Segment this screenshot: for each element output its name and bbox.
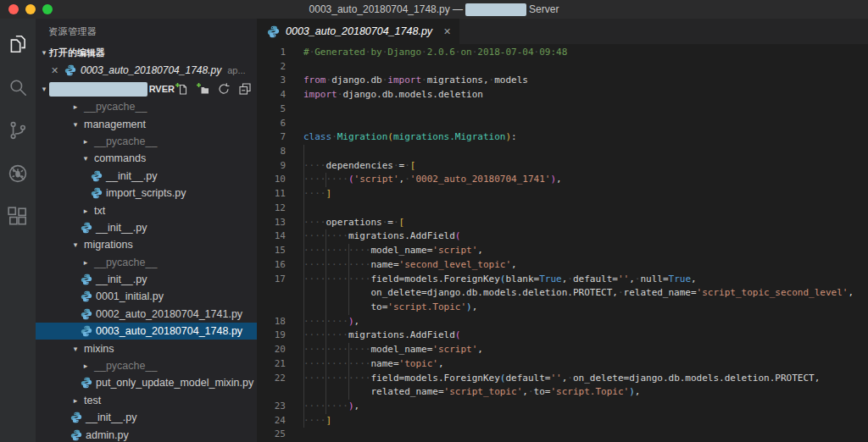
code-line[interactable]: to='script.Topic'), (257, 301, 868, 315)
code-line[interactable]: related_name='script_topic',·to='script.… (257, 385, 868, 400)
tree-file-__init__.py[interactable]: __init__.py (36, 271, 257, 288)
zoom-window-button[interactable] (42, 4, 53, 14)
indent-whitespace (303, 146, 326, 157)
code-line[interactable]: 6 (257, 117, 868, 131)
tree-folder-test[interactable]: ▸test (36, 392, 257, 409)
code-line[interactable]: 5 (257, 102, 868, 117)
indent-guide (348, 286, 349, 301)
new-file-icon[interactable] (175, 82, 188, 96)
tree-folder-__pycache__[interactable]: ▸__pycache__ (36, 98, 257, 115)
open-editors-header[interactable]: ▾ 打开的编辑器 (36, 44, 257, 61)
tree-folder-__pycache__[interactable]: ▸__pycache__ (36, 133, 257, 150)
tree-item-label: __init__.py (86, 412, 136, 423)
code-text: ············name='topic', (303, 357, 444, 372)
code-token: , (472, 301, 478, 312)
indent-guide (326, 286, 326, 301)
extensions-icon[interactable] (6, 205, 30, 229)
code-token: on_delete=django.db.models.deletion.PROT… (573, 373, 820, 384)
code-line[interactable]: 8 (257, 145, 868, 159)
indent-whitespace (303, 287, 370, 298)
tree-folder-txt[interactable]: ▸txt (36, 202, 257, 218)
tree-file-import_scripts.py[interactable]: import_scripts.py (36, 185, 257, 202)
code-line[interactable]: 4import·django.db.models.deletion (257, 88, 868, 102)
redaction-block (465, 3, 526, 16)
tree-file-0003_auto_20180704_1748.py[interactable]: 0003_auto_20180704_1748.py (36, 323, 257, 340)
chevron-right-icon: ▸ (70, 102, 81, 111)
code-line[interactable]: 18········), (257, 315, 868, 329)
code-line[interactable]: 12 (257, 202, 868, 216)
code-line[interactable]: 1#·Generated·by·Django·2.0.6·on·2018-07-… (257, 46, 868, 60)
code-line[interactable]: 22············field=models.ForeignKey(de… (257, 372, 868, 386)
tree-folder-migrations[interactable]: ▾migrations (36, 236, 257, 253)
tree-file-admin.py[interactable]: admin.py (36, 426, 257, 442)
code-line[interactable]: 23········), (257, 400, 868, 414)
tree-folder-mixins[interactable]: ▾mixins (36, 340, 257, 356)
tree-item-label: __pycache__ (94, 135, 157, 147)
tree-file-put_only_update_model_mixin.py[interactable]: put_only_update_model_mixin.py (36, 374, 257, 391)
code-token: Generated (314, 47, 365, 58)
tree-folder-__pycache__[interactable]: ▸__pycache__ (36, 357, 257, 374)
indent-guide (303, 258, 304, 273)
code-token: migrations, (427, 75, 489, 86)
collapse-all-icon[interactable] (238, 82, 252, 96)
line-number: 8 (257, 145, 286, 159)
code-line[interactable]: 15············model_name='script', (257, 244, 868, 258)
indent-guide (326, 343, 326, 357)
tree-item-label: 0003_auto_20180704_1748.py (96, 325, 242, 337)
workspace-section-header[interactable]: ▾ RVER (36, 80, 257, 98)
code-token: , (556, 174, 562, 185)
code-token: to= (534, 386, 551, 397)
tree-file-__init__.py[interactable]: __init__.py (36, 219, 257, 236)
code-line[interactable]: 20············model_name='script', (257, 343, 868, 357)
close-tab-icon[interactable]: ✕ (443, 26, 451, 37)
indent-whitespace: ···· (303, 160, 326, 171)
minimize-window-button[interactable] (25, 4, 36, 14)
code-text: to='script.Topic'), (303, 301, 477, 315)
code-token: null= (640, 273, 668, 285)
code-area[interactable]: 1#·Generated·by·Django·2.0.6·on·2018-07-… (257, 44, 868, 442)
close-window-button[interactable] (8, 4, 19, 14)
code-line[interactable]: on_delete=django.db.models.deletion.PROT… (257, 286, 868, 301)
tree-file-__init__.py[interactable]: __init__.py (36, 409, 257, 426)
code-line[interactable]: 17············field=models.ForeignKey(bl… (257, 273, 868, 287)
code-line[interactable]: 25 (257, 428, 868, 442)
code-line[interactable]: 2 (257, 60, 868, 75)
code-token: : (511, 131, 517, 142)
chevron-right-icon: ▸ (81, 137, 91, 146)
code-token: , (629, 273, 635, 285)
tab-active[interactable]: 0003_auto_20180704_1748.py ✕ (257, 19, 459, 44)
code-line[interactable]: 3from·django.db·import·migrations,·model… (257, 74, 868, 88)
debug-icon[interactable] (6, 162, 30, 185)
code-line[interactable]: 9····dependencies·=·[ (257, 159, 868, 174)
code-line[interactable]: 24····] (257, 414, 868, 428)
open-editor-item[interactable]: ✕ 0003_auto_20180704_1748.py ap... (36, 61, 257, 80)
tree-folder-commands[interactable]: ▾commands (36, 150, 257, 167)
refresh-icon[interactable] (217, 82, 231, 96)
code-line[interactable]: 13····operations·=·[ (257, 216, 868, 230)
tree-file-0002_auto_20180704_1741.py[interactable]: 0002_auto_20180704_1741.py (36, 306, 257, 323)
tree-file-0001_initial.py[interactable]: 0001_initial.py (36, 288, 257, 305)
explorer-icon[interactable] (6, 32, 30, 56)
line-number: 13 (257, 216, 286, 230)
indent-guide (326, 329, 326, 343)
indent-guide (348, 244, 349, 258)
code-line[interactable]: 11····] (257, 187, 868, 202)
source-control-icon[interactable] (6, 119, 30, 142)
code-line[interactable]: 21············name='topic', (257, 357, 868, 372)
tree-folder-__pycache__[interactable]: ▸__pycache__ (36, 254, 257, 271)
indent-guide (303, 385, 304, 400)
code-token: 'topic' (399, 358, 438, 369)
code-token: import (387, 75, 421, 86)
tree-folder-management[interactable]: ▾management (36, 115, 257, 132)
open-editors-label: 打开的编辑器 (49, 47, 105, 59)
code-line[interactable]: 19········migrations.AddField( (257, 329, 868, 343)
search-icon[interactable] (6, 75, 30, 99)
code-line[interactable]: 7class·Migration(migrations.Migration): (257, 130, 868, 145)
new-folder-icon[interactable] (196, 82, 209, 96)
close-editor-icon[interactable]: ✕ (51, 65, 64, 76)
tree-file-__init__.py[interactable]: __init__.py (36, 168, 257, 185)
indent-guide (303, 357, 304, 372)
code-line[interactable]: 14········migrations.AddField( (257, 229, 868, 244)
code-line[interactable]: 10········('script',·'0002_auto_20180704… (257, 173, 868, 187)
code-line[interactable]: 16············name='second_level_topic', (257, 258, 868, 273)
